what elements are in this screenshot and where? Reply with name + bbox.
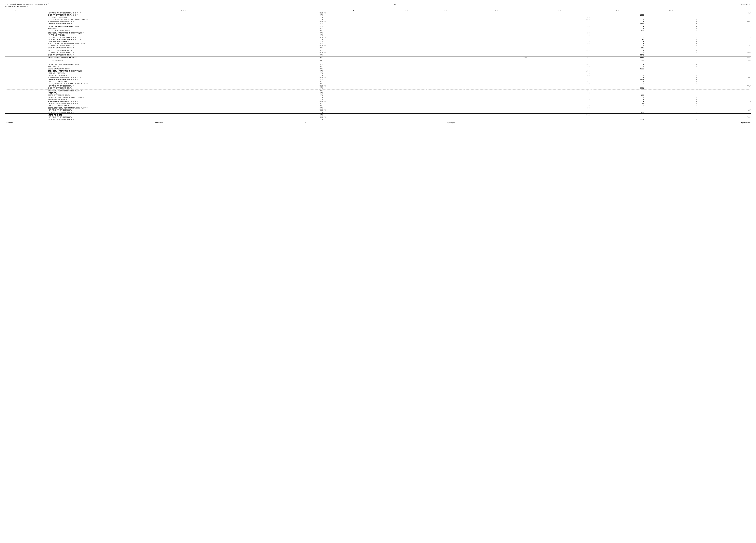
cell-0 — [5, 34, 26, 36]
cell-10: • — [698, 87, 751, 89]
cell-0 — [5, 85, 26, 87]
cell-2: НОРМАТИВНАЯ ТРУДОЕМКОСТЬ = — [48, 109, 319, 111]
cell-8: • — [591, 114, 644, 116]
cell-9: • — [644, 98, 698, 101]
cell-4 — [387, 28, 426, 30]
cell-9: • — [644, 96, 698, 98]
cell-8: 4471 — [591, 54, 644, 56]
cell-9: • — [644, 68, 698, 70]
cell-7: • — [528, 21, 591, 23]
cell-7: 2624 — [528, 90, 591, 92]
cell-2: СМЕТНАЯ ЗАРАБОТНАЯ ПЛАТА = — [48, 54, 319, 56]
cell-1 — [26, 103, 48, 105]
cell-5 — [426, 14, 465, 16]
cell-1 — [26, 72, 48, 74]
cell-8: • — [591, 26, 644, 28]
cell-0 — [5, 26, 26, 28]
table-row: НОРМАТИВНАЯ ТРУДОЕМКОСТЬ В Н.Р. =ЧЕЛ.-Ч•… — [5, 12, 751, 14]
cell-8: • — [591, 74, 644, 76]
cell-10: 6047 — [698, 21, 751, 23]
cell-6 — [465, 23, 528, 25]
cell-2: СТОИМОСТЬ МАТЕРИАЛОВ И КОНСТРУКЦИИ = — [48, 32, 319, 34]
cell-8: • — [591, 34, 644, 36]
cell-7: 224 — [528, 41, 591, 43]
cell-6 — [465, 96, 528, 98]
cell-8: • — [591, 90, 644, 92]
cell-9: • — [644, 81, 698, 83]
cell-4 — [387, 79, 426, 81]
cell-0 — [5, 66, 26, 68]
cell-2: НОРМАТИВНАЯ ТРУДОЕМКОСТЬ = — [48, 45, 319, 47]
cell-9: • — [644, 52, 698, 54]
cell-0 — [5, 81, 26, 83]
col-header-8: 8 : — [528, 9, 591, 12]
cell-6 — [465, 72, 528, 74]
cell-6 — [465, 83, 528, 85]
sub-cell-7 — [528, 60, 591, 62]
cell-3: РУБ. — [319, 92, 387, 94]
cell-5 — [426, 66, 465, 68]
cell-7: • — [528, 23, 591, 25]
cell-3: РУБ. — [319, 96, 387, 98]
cell-4 — [387, 64, 426, 66]
cell-3: РУБ. — [319, 14, 387, 16]
cell-10: • — [698, 50, 751, 52]
table-row: СМЕТНАЯ ЗАРАБОТНАЯ ПЛАТА В Н.Р. =РУБ.•41… — [5, 103, 751, 105]
cell-8: 1203 — [591, 79, 644, 81]
cell-3: РУБ. — [319, 79, 387, 81]
cell-1 — [26, 83, 48, 85]
cell-5 — [426, 76, 465, 79]
col-header-6: 6 : — [426, 9, 465, 12]
cell-7: 3008 — [528, 43, 591, 45]
document-number: 24643- 06 — [741, 3, 751, 8]
cell-9: • — [644, 90, 698, 92]
cell-7: 40571 — [528, 64, 591, 66]
cell-7: 224 — [528, 98, 591, 101]
table-row: СТОИМОСТЬ МАТЕРИАЛОВ И КОНСТРУКЦИИ =РУБ.… — [5, 70, 751, 72]
cell-2: НОРМАТИВНАЯ ТРУДОЕМКОСТЬ = — [48, 52, 319, 54]
cell-7: 230 — [528, 105, 591, 107]
cell-3: РУБ. — [319, 83, 387, 85]
cell-4 — [387, 12, 426, 14]
cell-0 — [5, 45, 26, 47]
cell-1 — [26, 36, 48, 38]
cell-5 — [426, 101, 465, 103]
col-header-4: : 4 : — [319, 9, 387, 12]
cell-0 — [5, 43, 26, 45]
cell-6 — [465, 118, 528, 120]
col-header-5: 5 : — [387, 9, 426, 12]
cell-1 — [26, 34, 48, 36]
table-row: НОРМАТИВНАЯ ТРУДОЕМКОСТЬ =ЧЕЛ.-Ч•••6228 — [5, 52, 751, 54]
cell-1 — [26, 105, 48, 107]
table-row: МАТЕРИАЛЫ =РУБ.4268••• — [5, 66, 751, 68]
cell-8: 40 — [591, 38, 644, 41]
cell-2: СМЕТНАЯ ЗАРАБОТНАЯ ПЛАТА = — [48, 87, 319, 89]
cell-3: РУБ. — [319, 64, 387, 66]
cell-10: • — [698, 14, 751, 16]
cell-8: • — [591, 18, 644, 21]
cell-2: СМЕТНАЯ ЗАРАБОТНАЯ ПЛАТА = — [48, 111, 319, 114]
cell-5 — [426, 36, 465, 38]
col-header-9: 9 : — [591, 9, 644, 12]
cell-1 — [26, 107, 48, 109]
checked-signature: →✓ — [597, 122, 599, 124]
cell-1 — [26, 16, 48, 18]
cell-0 — [5, 68, 26, 70]
table-row: НОРМАТИВНАЯ ТРУДОЕМКОСТЬ =ЧЕЛ.-Ч•••6047 — [5, 21, 751, 23]
table-row: ВСЕГО ЗАРАБОТНАЯ ПЛАТА-РУБ.•105•• — [5, 30, 751, 32]
cell-1 — [26, 79, 48, 81]
cell-2: СТОИМОСТЬ МЕТАЛЛОМОНТАЖНЫХ РАБОТ = — [48, 90, 319, 92]
cell-7: • — [528, 68, 591, 70]
table-row: ВСЕГО,СТОИМОСТЬ МЕТАЛЛОМОНТАЖНЫХ РАБОТ =… — [5, 107, 751, 109]
cell-10: 181 — [698, 45, 751, 47]
cell-9: • — [644, 101, 698, 103]
cell-1 — [26, 98, 48, 101]
table-row: НОРМАТИВНАЯ ТРУДОЕМКОСТЬ =ЧЕЛ.-Ч•••7904 — [5, 116, 751, 118]
cell-8: 145 — [591, 47, 644, 49]
cell-5 — [426, 57, 465, 59]
cell-9: • — [644, 85, 698, 87]
cell-2: ПЛАНОВЫЕ НАКОПЛЕНИЯ = — [48, 105, 319, 107]
cell-7: • — [528, 87, 591, 89]
cell-4 — [387, 43, 426, 45]
cell-0 — [5, 83, 26, 85]
